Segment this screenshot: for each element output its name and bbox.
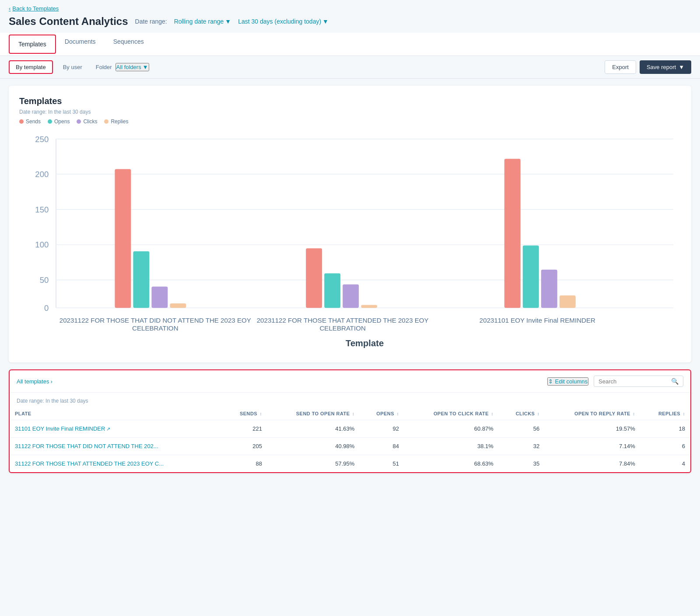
svg-rect-25 [504, 159, 521, 308]
table-toolbar: All templates › ⇕ Edit columns 🔍 [10, 370, 690, 393]
replies-dot [104, 119, 108, 124]
table-header-row: PLATE SENDS ↕ SEND TO OPEN RATE ↕ OPENS … [10, 407, 690, 420]
clicks-cell: 35 [499, 455, 545, 473]
col-header-replies[interactable]: REPLIES ↕ [640, 407, 690, 420]
save-report-button[interactable]: Save report ▼ [640, 60, 691, 74]
sort-icon: ↕ [491, 411, 493, 416]
svg-text:50: 50 [40, 275, 49, 285]
table-toolbar-right: ⇕ Edit columns 🔍 [547, 376, 683, 387]
chart-section: Templates Date range: In the last 30 day… [9, 86, 691, 362]
col-header-template: PLATE [10, 407, 223, 420]
tab-sequences[interactable]: Sequences [105, 33, 153, 56]
sort-icon: ↕ [396, 411, 399, 416]
tab-templates[interactable]: Templates [9, 35, 56, 54]
clicks-cell: 56 [499, 420, 545, 438]
search-input[interactable] [598, 378, 668, 385]
svg-rect-27 [541, 270, 557, 308]
sends-dot [19, 119, 24, 124]
svg-rect-20 [324, 273, 340, 308]
open-to-click-rate-cell: 38.1% [404, 438, 499, 455]
sort-icon: ↕ [683, 411, 685, 416]
table-row: 31122 FOR THOSE THAT ATTENDED THE 2023 E… [10, 455, 690, 473]
replies-cell: 18 [640, 420, 690, 438]
legend-sends-label: Sends [26, 118, 41, 125]
subtabs-right-actions: Export Save report ▼ [605, 60, 691, 74]
export-button[interactable]: Export [605, 60, 636, 74]
replies-cell: 4 [640, 455, 690, 473]
open-to-click-rate-cell: 60.87% [404, 420, 499, 438]
search-input-wrap: 🔍 [594, 376, 683, 387]
folder-label: Folder [96, 64, 112, 70]
table-date-range-info: Date range: In the last 30 days [10, 393, 690, 407]
page-title: Sales Content Analytics [9, 15, 128, 28]
opens-cell: 84 [360, 438, 404, 455]
svg-text:CELEBRATION: CELEBRATION [319, 324, 366, 332]
svg-rect-13 [115, 169, 131, 308]
svg-text:20231101 EOY Invite Final REMI: 20231101 EOY Invite Final REMINDER [480, 317, 595, 324]
svg-text:200: 200 [35, 170, 49, 179]
svg-text:CELEBRATION: CELEBRATION [132, 324, 178, 332]
col-header-open-to-click-rate[interactable]: OPEN TO CLICK RATE ↕ [404, 407, 499, 420]
edit-columns-button[interactable]: ⇕ Edit columns [547, 377, 588, 386]
template-name-cell[interactable]: 31122 FOR THOSE THAT ATTENDED THE 2023 E… [10, 455, 223, 473]
col-header-sends[interactable]: SENDS ↕ [223, 407, 267, 420]
table-row: 31101 EOY Invite Final REMINDER↗ 221 41.… [10, 420, 690, 438]
opens-cell: 92 [360, 420, 404, 438]
sort-icon: ↕ [352, 411, 354, 416]
subtab-by-template[interactable]: By template [9, 60, 53, 74]
search-icon: 🔍 [671, 378, 679, 385]
clicks-dot [77, 119, 81, 124]
chart-legend: Sends Opens Clicks Replies [19, 118, 681, 125]
col-header-opens[interactable]: OPENS ↕ [360, 407, 404, 420]
external-link-icon: ↗ [106, 426, 110, 432]
svg-rect-28 [560, 296, 576, 308]
send-to-open-rate-cell: 41.63% [267, 420, 360, 438]
back-arrow-icon: ‹ [9, 5, 10, 12]
svg-text:20231122 FOR THOSE THAT ATTEND: 20231122 FOR THOSE THAT ATTENDED THE 202… [257, 317, 429, 324]
legend-opens-label: Opens [54, 118, 70, 125]
subtabs-bar: By template By user Folder All folders ▼… [0, 56, 700, 79]
open-to-reply-rate-cell: 7.84% [545, 455, 640, 473]
page-header: Sales Content Analytics Date range: Roll… [0, 14, 700, 33]
template-name-cell[interactable]: 31122 FOR THOSE THAT DID NOT ATTEND THE … [10, 438, 223, 455]
subtab-by-user[interactable]: By user [56, 61, 89, 73]
columns-icon: ⇕ [548, 378, 553, 385]
legend-sends: Sends [19, 118, 41, 125]
col-header-send-to-open-rate[interactable]: SEND TO OPEN RATE ↕ [267, 407, 360, 420]
svg-text:100: 100 [35, 240, 49, 249]
all-templates-link[interactable]: All templates › [17, 378, 52, 385]
col-header-clicks[interactable]: CLICKS ↕ [499, 407, 545, 420]
bar-chart: 0 50 100 150 200 250 20231122 FOR THOSE … [19, 132, 681, 352]
folder-select[interactable]: All folders ▼ [116, 63, 149, 71]
legend-clicks: Clicks [77, 118, 97, 125]
svg-rect-26 [523, 245, 539, 308]
chart-title: Templates [19, 96, 681, 106]
sends-cell: 221 [223, 420, 267, 438]
opens-dot [48, 119, 52, 124]
back-link-text: Back to Templates [12, 5, 59, 12]
chevron-down-icon: ▼ [143, 64, 148, 70]
open-to-reply-rate-cell: 19.57% [545, 420, 640, 438]
sort-icon: ↕ [633, 411, 635, 416]
chevron-down-icon: ▼ [225, 18, 231, 25]
date-range-label: Date range: [135, 18, 167, 25]
back-to-templates-link[interactable]: ‹ Back to Templates [0, 0, 700, 14]
sort-icon: ↕ [260, 411, 262, 416]
legend-clicks-label: Clicks [83, 118, 97, 125]
templates-table: PLATE SENDS ↕ SEND TO OPEN RATE ↕ OPENS … [10, 407, 690, 472]
sends-cell: 205 [223, 438, 267, 455]
open-to-click-rate-cell: 68.63% [404, 455, 499, 473]
svg-text:0: 0 [44, 303, 49, 313]
opens-cell: 51 [360, 455, 404, 473]
template-name-cell[interactable]: 31101 EOY Invite Final REMINDER↗ [10, 420, 223, 438]
date-range-value-select[interactable]: Last 30 days (excluding today) ▼ [238, 18, 329, 25]
col-header-open-to-reply-rate[interactable]: OPEN TO REPLY RATE ↕ [545, 407, 640, 420]
date-range-type-select[interactable]: Rolling date range ▼ [174, 18, 231, 25]
svg-rect-15 [151, 286, 168, 308]
svg-rect-14 [133, 251, 149, 308]
clicks-cell: 32 [499, 438, 545, 455]
main-tabs: Templates Documents Sequences [0, 33, 700, 56]
svg-rect-22 [361, 305, 377, 308]
tab-documents[interactable]: Documents [56, 33, 105, 56]
svg-rect-19 [306, 248, 322, 308]
